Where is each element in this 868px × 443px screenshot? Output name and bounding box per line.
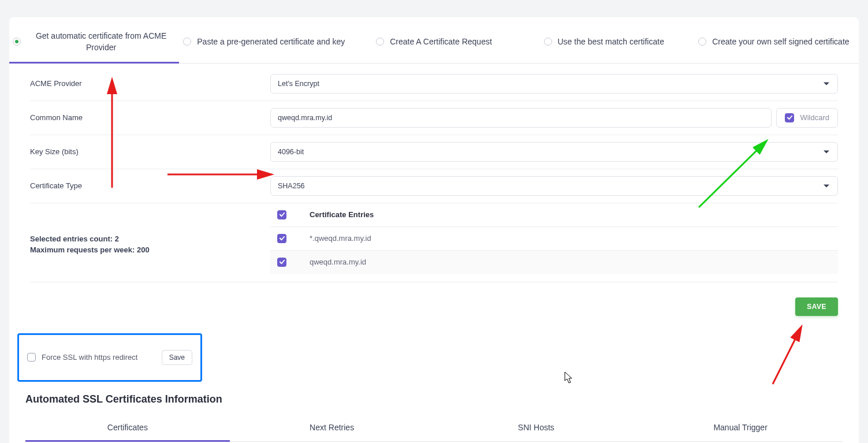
save-bar: SAVE bbox=[9, 288, 859, 321]
tab-label: Create A Certificate Request bbox=[390, 36, 492, 47]
tab-acme-automatic[interactable]: Get automatic certificate from ACME Prov… bbox=[9, 17, 179, 63]
tab-certificates[interactable]: Certificates bbox=[25, 414, 230, 441]
radio-icon bbox=[376, 38, 384, 46]
entries-header-row: Certificate Entries bbox=[270, 203, 838, 227]
input-common-name[interactable]: qweqd.mra.my.id bbox=[270, 108, 772, 128]
check-icon bbox=[279, 235, 285, 241]
save-button[interactable]: SAVE bbox=[795, 297, 838, 316]
cert-mode-tabs: Get automatic certificate from ACME Prov… bbox=[9, 17, 859, 64]
checkbox-select-all-entries[interactable] bbox=[277, 210, 286, 219]
label-cert-type: Certificate Type bbox=[30, 181, 270, 190]
wildcard-label: Wildcard bbox=[800, 113, 829, 122]
label-key-size: Key Size (bits) bbox=[30, 147, 270, 156]
tab-manual-trigger[interactable]: Manual Trigger bbox=[638, 414, 843, 441]
label-acme-provider: ACME Provider bbox=[30, 79, 270, 88]
section-title-automated-ssl: Automated SSL Certificates Information bbox=[9, 389, 859, 408]
tab-sni-hosts[interactable]: SNI Hosts bbox=[434, 414, 639, 441]
tab-self-signed[interactable]: Create your own self signed certificate bbox=[689, 17, 859, 63]
checkbox-entry[interactable] bbox=[277, 258, 286, 267]
tab-label: Create your own self signed certificate bbox=[712, 36, 849, 47]
radio-icon bbox=[544, 38, 552, 46]
entry-label: qweqd.mra.my.id bbox=[310, 258, 366, 266]
row-acme-provider: ACME Provider Let's Encrypt bbox=[30, 67, 838, 101]
radio-icon bbox=[183, 38, 191, 46]
tab-label: Use the best match certificate bbox=[558, 36, 664, 47]
acme-form: ACME Provider Let's Encrypt Common Name … bbox=[9, 64, 859, 288]
checkbox-entry[interactable] bbox=[277, 234, 286, 243]
row-key-size: Key Size (bits) 4096-bit bbox=[30, 135, 838, 169]
radio-icon bbox=[698, 38, 706, 46]
radio-icon bbox=[13, 38, 21, 46]
entry-row: *.qweqd.mra.my.id bbox=[270, 227, 838, 251]
select-value: 4096-bit bbox=[278, 148, 304, 156]
row-cert-type: Certificate Type SHA256 bbox=[30, 169, 838, 203]
tab-create-csr[interactable]: Create A Certificate Request bbox=[349, 17, 519, 63]
checkbox-wildcard[interactable] bbox=[785, 113, 794, 122]
entries-count: Selected entries count: 2 bbox=[30, 233, 270, 245]
check-icon bbox=[279, 259, 285, 265]
entries-summary: Selected entries count: 2 Maximum reques… bbox=[30, 203, 270, 274]
select-acme-provider[interactable]: Let's Encrypt bbox=[270, 74, 838, 94]
tab-label: Paste a pre-generated certificate and ke… bbox=[197, 36, 345, 47]
entries-table: Certificate Entries *.qweqd.mra.my.id qw… bbox=[270, 203, 838, 274]
check-icon bbox=[279, 211, 285, 218]
checkbox-force-ssl[interactable] bbox=[27, 353, 36, 362]
input-value: qweqd.mra.my.id bbox=[278, 114, 332, 122]
select-key-size[interactable]: 4096-bit bbox=[270, 142, 838, 162]
label-common-name: Common Name bbox=[30, 113, 270, 122]
ssl-info-tabs: Certificates Next Retries SNI Hosts Manu… bbox=[25, 414, 843, 442]
force-ssl-save-button[interactable]: Save bbox=[162, 350, 192, 365]
tab-best-match[interactable]: Use the best match certificate bbox=[519, 17, 689, 63]
select-cert-type[interactable]: SHA256 bbox=[270, 176, 838, 196]
row-common-name: Common Name qweqd.mra.my.id Wildcard bbox=[30, 101, 838, 135]
ssl-panel: Get automatic certificate from ACME Prov… bbox=[9, 17, 859, 443]
force-ssl-box: Force SSL with https redirect Save bbox=[17, 333, 202, 382]
tab-paste-cert[interactable]: Paste a pre-generated certificate and ke… bbox=[179, 17, 349, 63]
tab-label: Get automatic certificate from ACME Prov… bbox=[27, 30, 176, 54]
row-cert-entries: Selected entries count: 2 Maximum reques… bbox=[30, 203, 838, 282]
entries-header-label: Certificate Entries bbox=[310, 210, 374, 219]
entry-row: qweqd.mra.my.id bbox=[270, 251, 838, 274]
force-ssl-label: Force SSL with https redirect bbox=[42, 353, 162, 362]
select-value: Let's Encrypt bbox=[278, 80, 319, 88]
entries-max: Maximum requests per week: 200 bbox=[30, 244, 270, 256]
select-value: SHA256 bbox=[278, 182, 305, 190]
check-icon bbox=[787, 114, 793, 121]
tab-next-retries[interactable]: Next Retries bbox=[230, 414, 434, 441]
entry-label: *.qweqd.mra.my.id bbox=[310, 234, 371, 243]
wildcard-toggle-box: Wildcard bbox=[776, 108, 838, 128]
